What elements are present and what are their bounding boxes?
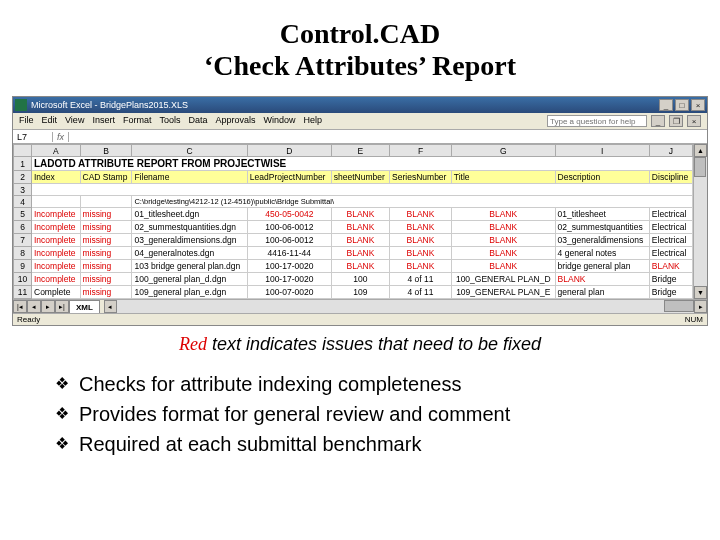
doc-minimize-button[interactable]: _ bbox=[651, 115, 665, 127]
fx-button[interactable]: fx bbox=[53, 132, 69, 142]
scroll-down-icon[interactable]: ▼ bbox=[694, 286, 707, 299]
menu-approvals[interactable]: Approvals bbox=[215, 115, 255, 127]
caption-text: Red text indicates issues that need to b… bbox=[0, 334, 720, 355]
status-bar: Ready NUM bbox=[13, 313, 707, 325]
maximize-button[interactable]: □ bbox=[675, 99, 689, 111]
menu-help[interactable]: Help bbox=[304, 115, 323, 127]
close-button[interactable]: × bbox=[691, 99, 705, 111]
bullet-item: ❖Checks for attribute indexing completen… bbox=[55, 369, 680, 399]
tab-next-icon[interactable]: ▸ bbox=[41, 300, 55, 313]
spreadsheet-grid[interactable]: ABCDEFGIJ1LADOTD ATTRIBUTE REPORT FROM P… bbox=[13, 144, 693, 299]
scroll-right-icon[interactable]: ▸ bbox=[694, 300, 707, 313]
scroll-thumb[interactable] bbox=[694, 157, 706, 177]
minimize-button[interactable]: _ bbox=[659, 99, 673, 111]
menu-file[interactable]: File bbox=[19, 115, 34, 127]
scroll-up-icon[interactable]: ▲ bbox=[694, 144, 707, 157]
hscroll-thumb[interactable] bbox=[664, 300, 694, 312]
sheet-tab-xml[interactable]: XML bbox=[69, 300, 100, 313]
vertical-scrollbar[interactable]: ▲ ▼ bbox=[693, 144, 707, 299]
menu-window[interactable]: Window bbox=[263, 115, 295, 127]
titlebar: Microsoft Excel - BridgePlans2015.XLS _ … bbox=[13, 97, 707, 113]
tab-last-icon[interactable]: ▸| bbox=[55, 300, 69, 313]
doc-close-button[interactable]: × bbox=[687, 115, 701, 127]
formula-bar: L7 fx bbox=[13, 130, 707, 144]
menu-format[interactable]: Format bbox=[123, 115, 152, 127]
tab-first-icon[interactable]: |◂ bbox=[13, 300, 27, 313]
doc-restore-button[interactable]: ❐ bbox=[669, 115, 683, 127]
menu-insert[interactable]: Insert bbox=[92, 115, 115, 127]
slide-title: Control.CAD ‘Check Attributes’ Report bbox=[0, 18, 720, 82]
menu-tools[interactable]: Tools bbox=[159, 115, 180, 127]
bullet-list: ❖Checks for attribute indexing completen… bbox=[55, 369, 680, 459]
menubar: File Edit View Insert Format Tools Data … bbox=[13, 113, 707, 130]
bullet-item: ❖Required at each submittal benchmark bbox=[55, 429, 680, 459]
name-box[interactable]: L7 bbox=[13, 132, 53, 142]
excel-window: Microsoft Excel - BridgePlans2015.XLS _ … bbox=[12, 96, 708, 326]
diamond-icon: ❖ bbox=[55, 369, 69, 399]
menu-edit[interactable]: Edit bbox=[42, 115, 58, 127]
menu-data[interactable]: Data bbox=[188, 115, 207, 127]
help-search-input[interactable] bbox=[547, 115, 647, 127]
menu-view[interactable]: View bbox=[65, 115, 84, 127]
diamond-icon: ❖ bbox=[55, 429, 69, 459]
horizontal-scrollbar[interactable]: ◂ ▸ bbox=[104, 300, 707, 313]
scroll-left-icon[interactable]: ◂ bbox=[104, 300, 117, 313]
excel-icon bbox=[15, 99, 27, 111]
diamond-icon: ❖ bbox=[55, 399, 69, 429]
bullet-item: ❖Provides format for general review and … bbox=[55, 399, 680, 429]
tab-prev-icon[interactable]: ◂ bbox=[27, 300, 41, 313]
